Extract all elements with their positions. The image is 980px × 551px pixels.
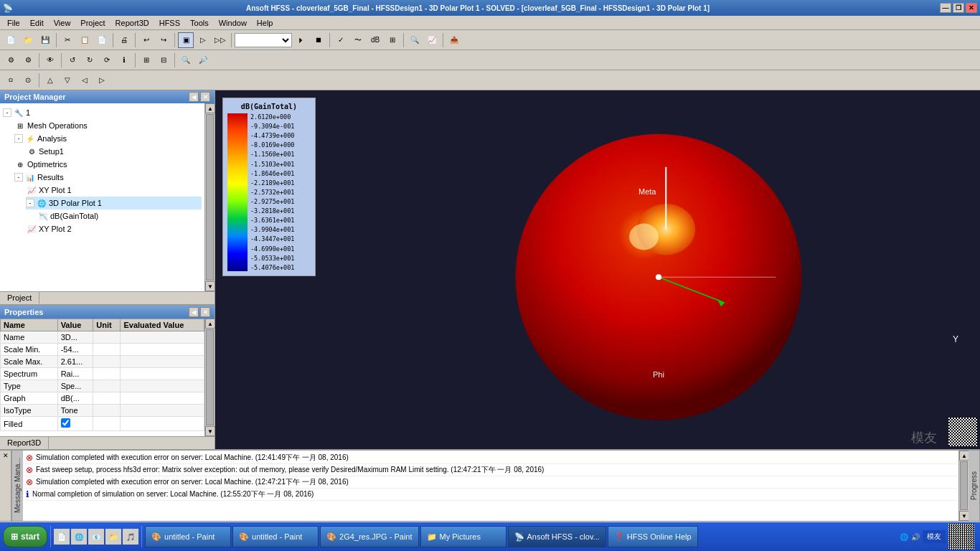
menu-project[interactable]: Project <box>76 17 109 29</box>
tree-mesh[interactable]: ⊞ Mesh Operations <box>14 119 202 132</box>
taskbar-help[interactable]: ❓ HFSS Online Help <box>608 526 698 547</box>
undo-button[interactable]: ↩ <box>138 32 154 48</box>
tree-root-expand[interactable]: - <box>3 108 11 117</box>
prop-spectrum-value[interactable]: Rai... <box>57 368 93 380</box>
zoom-fit-button[interactable]: 🔍 <box>178 52 194 68</box>
props-pin-button[interactable]: ◀ <box>189 307 199 317</box>
tree-gain[interactable]: 📉 dB(GainTotal) <box>37 209 202 222</box>
menu-tools[interactable]: Tools <box>186 17 213 29</box>
analyze2-button[interactable]: ▷▷ <box>212 32 228 48</box>
taskbar-icon-1[interactable]: 📄 <box>54 529 70 545</box>
prop-name-value[interactable]: 3D... <box>57 331 93 344</box>
stop-button[interactable]: ⏹ <box>311 32 326 48</box>
taskbar-pictures[interactable]: 📁 My Pictures <box>420 526 507 547</box>
run-button[interactable]: ⏵ <box>293 32 309 48</box>
tb3-btn1[interactable]: Ω <box>3 72 19 88</box>
field-button[interactable]: ⊞ <box>385 32 400 48</box>
wave-button[interactable]: 〜 <box>350 32 366 48</box>
prop-graph-value[interactable]: dB(... <box>57 392 93 405</box>
cut-button[interactable]: ✂ <box>60 32 75 48</box>
tb3-btn5[interactable]: ◁ <box>77 72 93 88</box>
graph-button[interactable]: 📈 <box>424 32 440 48</box>
taskbar-icon-5[interactable]: 🎵 <box>123 529 138 545</box>
props-close-button[interactable]: ✕ <box>200 307 210 317</box>
tree-3dplot[interactable]: - 🌐 3D Polar Plot 1 <box>26 197 202 209</box>
tree-results-expand[interactable]: - <box>14 173 23 182</box>
redo-button[interactable]: ↪ <box>156 32 171 48</box>
rotate2-button[interactable]: ↻ <box>82 52 98 68</box>
save-button[interactable]: 💾 <box>37 32 53 48</box>
menu-report3d[interactable]: Report3D <box>111 17 154 29</box>
zoom-in-button[interactable]: 🔎 <box>195 52 211 68</box>
msg-scroll-down[interactable]: ▼ <box>959 511 969 521</box>
prop-filled-value[interactable] <box>57 417 93 431</box>
taskbar-icon-3[interactable]: 📧 <box>88 529 104 545</box>
db-button[interactable]: dB <box>367 32 383 48</box>
tree-xyplot2[interactable]: 📈 XY Plot 2 <box>26 222 202 235</box>
menu-view[interactable]: View <box>50 17 75 29</box>
report3d-tab[interactable]: Report3D <box>0 437 49 449</box>
minimize-button[interactable]: — <box>940 3 951 13</box>
msg-scroll-thumb[interactable] <box>960 461 968 510</box>
tb3-btn3[interactable]: △ <box>42 72 58 88</box>
props-scroll-down[interactable]: ▼ <box>205 426 215 436</box>
filled-checkbox[interactable] <box>61 418 70 428</box>
rotate4-button[interactable]: ℹ <box>116 52 132 68</box>
taskbar-paint-1[interactable]: 🎨 untitled - Paint <box>145 526 231 547</box>
tree-setup1[interactable]: ⚙ Setup1 <box>26 145 202 158</box>
print-button[interactable]: 🖨 <box>116 32 132 48</box>
tree-analysis-expand[interactable]: - <box>14 134 23 143</box>
tree-optimetrics[interactable]: ⊕ Optimetrics <box>14 158 202 171</box>
prop-isotype-value[interactable]: Tone <box>57 405 93 417</box>
tree-root[interactable]: - 🔧 1 <box>3 106 202 119</box>
tb3-btn4[interactable]: ▽ <box>60 72 75 88</box>
analyze-button[interactable]: ▷ <box>195 32 211 48</box>
tb3-btn6[interactable]: ▷ <box>94 72 110 88</box>
taskbar-paint-3[interactable]: 🎨 2G4_res.JPG - Paint <box>320 526 419 547</box>
prop-scalemax-value[interactable]: 2.61... <box>57 356 93 368</box>
eye-button[interactable]: 👁 <box>42 52 58 68</box>
taskbar-hfss[interactable]: 📡 Ansoft HFSS - clov... <box>508 526 606 547</box>
check-button[interactable]: ✓ <box>333 32 349 48</box>
menu-help[interactable]: Help <box>253 17 278 29</box>
restore-button[interactable]: ❐ <box>953 3 964 13</box>
prop-scalemin-value[interactable]: -54... <box>57 344 93 356</box>
rotate1-button[interactable]: ↺ <box>65 52 80 68</box>
msg-scroll-up[interactable]: ▲ <box>959 451 969 461</box>
prop-type-value[interactable]: Spe... <box>57 380 93 392</box>
scroll-up-arrow[interactable]: ▲ <box>205 103 215 113</box>
props-scroll-thumb[interactable] <box>206 329 214 425</box>
tb2-btn2[interactable]: ⚙ <box>20 52 36 68</box>
scroll-thumb[interactable] <box>206 114 214 281</box>
setup-dropdown[interactable] <box>235 33 292 47</box>
props-scroll-up[interactable]: ▲ <box>205 319 215 329</box>
tb3-btn2[interactable]: ⊙ <box>20 72 36 88</box>
taskbar-paint-2[interactable]: 🎨 untitled - Paint <box>232 526 319 547</box>
menu-window[interactable]: Window <box>215 17 251 29</box>
tb2-btn1[interactable]: ⚙ <box>3 52 19 68</box>
menu-edit[interactable]: Edit <box>26 17 48 29</box>
tree-xyplot1[interactable]: 📈 XY Plot 1 <box>26 184 202 197</box>
plot-area[interactable]: dB(GainTotal) 2.6120e+000 -9.3094e-001 -… <box>215 90 980 449</box>
panel-close-button[interactable]: ✕ <box>200 92 210 102</box>
taskbar-icon-4[interactable]: 📁 <box>105 529 121 545</box>
view1-button[interactable]: ⊞ <box>138 52 154 68</box>
taskbar-icon-2[interactable]: 🌐 <box>71 529 87 545</box>
paste-button[interactable]: 📄 <box>94 32 110 48</box>
search-button[interactable]: 🔍 <box>407 32 423 48</box>
panel-pin-button[interactable]: ◀ <box>189 92 199 102</box>
tree-results[interactable]: - 📊 Results <box>14 171 202 184</box>
scroll-down-arrow[interactable]: ▼ <box>205 281 215 291</box>
menu-file[interactable]: File <box>3 17 24 29</box>
start-button[interactable]: ⊞ start <box>3 526 47 547</box>
select-button[interactable]: ▣ <box>178 32 194 48</box>
copy-button[interactable]: 📋 <box>77 32 93 48</box>
tree-analysis[interactable]: - ⚡ Analysis <box>14 132 202 145</box>
rotate3-button[interactable]: ⟳ <box>99 52 115 68</box>
export-button[interactable]: 📤 <box>446 32 462 48</box>
project-tab[interactable]: Project <box>0 292 39 304</box>
bottom-close-button[interactable]: ✕ <box>1 451 10 461</box>
tree-3dplot-expand[interactable]: - <box>26 199 34 207</box>
close-button[interactable]: ✕ <box>966 3 977 13</box>
view2-button[interactable]: ⊟ <box>156 52 171 68</box>
